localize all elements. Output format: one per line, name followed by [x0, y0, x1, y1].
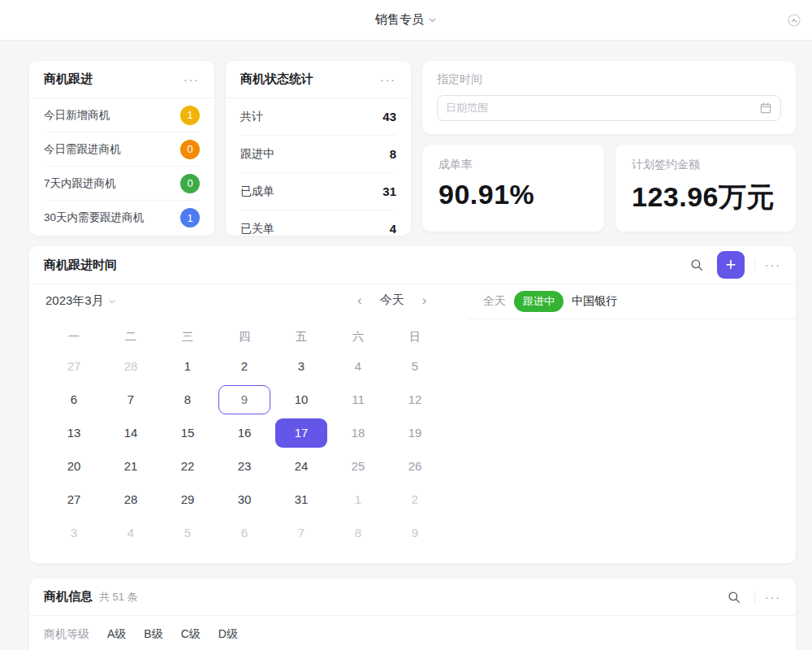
grade-filter-option[interactable]: A级	[107, 627, 126, 642]
calendar-day-cell[interactable]: 21	[102, 449, 159, 483]
page-title: 销售专员	[375, 12, 424, 28]
calendar-day-number: 19	[389, 418, 441, 448]
search-icon[interactable]	[723, 587, 745, 608]
calendar-day-cell[interactable]: 12	[387, 383, 443, 416]
calendar-day-cell[interactable]: 9	[216, 383, 273, 416]
weekday-label: 二	[102, 323, 159, 349]
share-arrow-icon[interactable]	[787, 13, 801, 28]
calendar-day-cell[interactable]: 18	[330, 416, 387, 449]
header-tools: + ···	[686, 251, 781, 279]
calendar-day-cell[interactable]: 7	[102, 383, 159, 416]
calendar-day-cell[interactable]: 8	[330, 516, 387, 549]
search-icon[interactable]	[686, 254, 707, 275]
calendar-day-cell[interactable]: 27	[45, 483, 102, 516]
calendar-day-cell[interactable]: 1	[330, 483, 387, 516]
status-row-label: 共计	[240, 110, 263, 124]
calendar-day-number: 3	[275, 352, 327, 381]
calendar-nav: ‹ 今天 ›	[357, 292, 426, 308]
date-range-input[interactable]: 日期范围	[437, 95, 781, 121]
calendar-day-cell[interactable]: 27	[45, 349, 102, 383]
grade-filter-option[interactable]: D级	[218, 627, 238, 642]
calendar-day-cell[interactable]: 13	[45, 416, 102, 449]
divider	[754, 258, 755, 271]
calendar-day-cell[interactable]: 3	[45, 516, 102, 549]
calendar-day-cell[interactable]: 30	[216, 483, 273, 516]
next-month-button[interactable]: ›	[422, 293, 427, 307]
calendar-day-cell[interactable]: 7	[273, 516, 330, 549]
calendar-day-cell[interactable]: 22	[159, 449, 216, 483]
add-event-button[interactable]: +	[717, 251, 745, 279]
calendar-day-number: 8	[162, 385, 214, 414]
list-item[interactable]: 今日新增商机1	[44, 98, 200, 132]
calendar-day-cell[interactable]: 25	[330, 449, 387, 483]
grade-filter-option[interactable]: C级	[181, 627, 201, 642]
calendar-day-cell[interactable]: 19	[387, 416, 443, 449]
calendar-grid: 一二三四五六日 27281234567891011121314151617181…	[45, 323, 451, 549]
calendar-day-cell[interactable]: 28	[102, 483, 159, 516]
calendar-day-cell[interactable]: 5	[387, 349, 443, 383]
agenda-panel: 全天 跟进中 中国银行	[469, 284, 796, 563]
header-tools: ···	[723, 587, 781, 608]
grade-filter-option[interactable]: B级	[144, 627, 162, 642]
weekday-label: 日	[387, 323, 443, 349]
count-badge: 0	[180, 174, 200, 193]
calendar-day-number: 24	[275, 452, 327, 481]
calendar-day-number: 4	[332, 352, 384, 381]
event-status-badge[interactable]: 跟进中	[514, 291, 564, 312]
calendar-day-cell[interactable]: 28	[102, 349, 159, 383]
calendar-day-cell[interactable]: 4	[330, 349, 387, 383]
total-count: 共 51 条	[99, 590, 138, 604]
calendar-day-cell[interactable]: 6	[216, 516, 273, 549]
calendar-day-cell[interactable]: 10	[273, 383, 330, 416]
allday-event-row: 全天 跟进中 中国银行	[469, 284, 796, 319]
more-icon[interactable]: ···	[765, 258, 781, 271]
role-switcher[interactable]: 销售专员	[375, 12, 437, 28]
calendar-day-cell[interactable]: 23	[216, 449, 273, 483]
calendar-day-cell[interactable]: 17	[273, 416, 330, 449]
calendar-day-cell[interactable]: 15	[159, 416, 216, 449]
calendar-day-cell[interactable]: 24	[273, 449, 330, 483]
calendar-day-number: 31	[275, 485, 327, 514]
list-item[interactable]: 今日需跟进商机0	[44, 132, 200, 167]
calendar-day-cell[interactable]: 29	[159, 483, 216, 516]
event-title[interactable]: 中国银行	[572, 294, 617, 309]
calendar-day-cell[interactable]: 6	[45, 383, 102, 416]
list-item-label: 7天内跟进商机	[44, 176, 116, 191]
calendar-day-cell[interactable]: 3	[273, 349, 330, 383]
calendar-day-cell[interactable]: 20	[45, 449, 102, 483]
calendar-week-row: 272812345	[45, 349, 451, 383]
calendar-day-cell[interactable]: 11	[330, 383, 387, 416]
calendar-day-cell[interactable]: 31	[273, 483, 330, 516]
status-row-label: 跟进中	[240, 147, 274, 162]
followup-card-header: 商机跟进 ···	[29, 61, 214, 98]
list-item-label: 30天内需要跟进商机	[44, 210, 144, 225]
calendar-week-row: 3456789	[45, 516, 451, 549]
weekday-label: 五	[273, 323, 330, 349]
followup-time-card: 商机跟进时间 + ··· 2023年3月 ‹ 今天 › 一二三四五六日 2728…	[29, 246, 796, 563]
calendar-day-cell[interactable]: 14	[102, 416, 159, 449]
more-icon[interactable]: ···	[765, 591, 781, 604]
status-row-value: 8	[390, 147, 396, 161]
today-button[interactable]: 今天	[380, 292, 404, 308]
followup-time-title: 商机跟进时间	[44, 258, 117, 273]
prev-month-button[interactable]: ‹	[357, 293, 362, 307]
calendar-day-number: 5	[162, 518, 214, 548]
top-bar: 销售专员	[0, 0, 812, 41]
status-row-value: 4	[390, 222, 396, 236]
calendar-day-cell[interactable]: 2	[216, 349, 273, 383]
chevron-down-icon	[428, 15, 437, 24]
calendar-day-cell[interactable]: 1	[159, 349, 216, 383]
calendar-day-cell[interactable]: 26	[387, 449, 443, 483]
month-selector[interactable]: 2023年3月	[45, 293, 116, 309]
calendar-day-cell[interactable]: 5	[159, 516, 216, 549]
calendar-day-cell[interactable]: 2	[387, 483, 443, 516]
calendar-day-cell[interactable]: 16	[216, 416, 273, 449]
calendar-day-cell[interactable]: 4	[102, 516, 159, 549]
more-icon[interactable]: ···	[380, 73, 396, 86]
followup-list: 今日新增商机1今日需跟进商机07天内跟进商机030天内需要跟进商机1	[29, 98, 214, 235]
list-item[interactable]: 30天内需要跟进商机1	[44, 201, 200, 235]
calendar-day-cell[interactable]: 9	[387, 516, 443, 549]
list-item[interactable]: 7天内跟进商机0	[44, 167, 200, 201]
calendar-day-cell[interactable]: 8	[159, 383, 216, 416]
more-icon[interactable]: ···	[184, 73, 200, 86]
